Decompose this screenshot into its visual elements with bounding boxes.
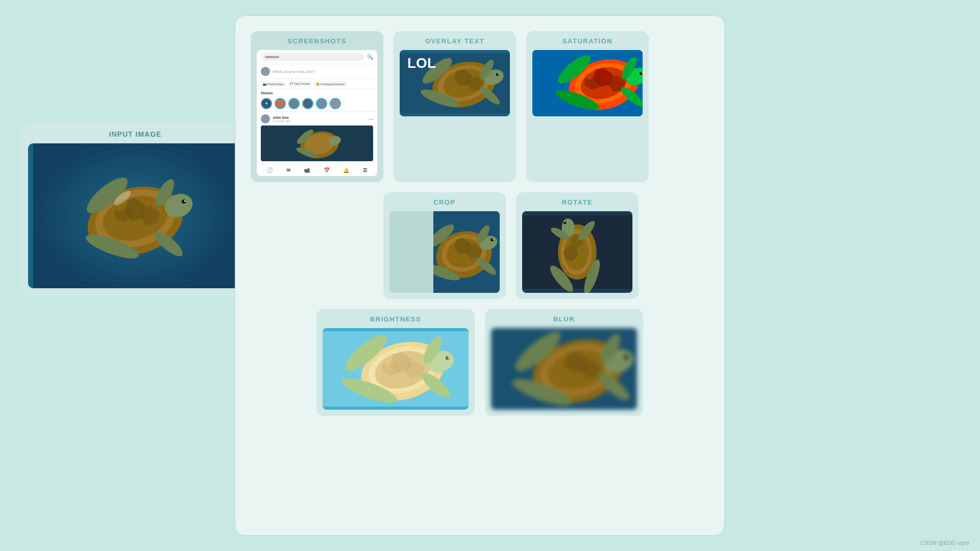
phone-actions: 📷 Photo/Video 🏷 Tag Friends 😊 Feelings/A… [257,79,377,89]
svg-point-33 [496,73,499,76]
rotate-title: ROTATE [562,198,593,206]
crop-card: CROP [383,192,506,299]
input-image-display [28,143,242,288]
svg-point-73 [564,221,566,224]
top-row: SCREENSHOTS network 🔍 Whats on your mind… [251,31,709,182]
saturation-card: SATURATION [526,31,649,182]
svg-point-34 [498,73,499,74]
svg-point-47 [640,72,643,75]
crop-turtle-svg [433,211,500,293]
search-icon: 🔍 [367,54,373,60]
video-icon: 📹 [304,167,310,173]
blur-title: BLUR [553,315,575,323]
post-user-row: John Doe a minute ago ••• [261,114,373,123]
saturation-turtle-svg [532,50,643,116]
phone-post-bar: Whats on your mind John? [257,64,377,79]
brightness-image [323,328,469,410]
brightness-title: BRIGHTNESS [370,315,421,323]
blur-card: BLUR [485,309,643,416]
phone-search-bar: network 🔍 [257,50,377,64]
phone-post-section: John Doe a minute ago ••• [257,111,377,164]
screenshots-title: SCREENSHOTS [257,37,377,45]
phone-bottom-nav: 🕐 ✉ 📹 📅 🔔 ☰ [257,164,377,176]
input-image-card: INPUT IMAGE [20,122,250,296]
phone-search-input: network [261,53,364,61]
bottom-row: BRIGHTNESS [251,309,709,416]
story-2 [288,98,300,109]
feelings-btn: 😊 Feelings/Activities [314,81,347,87]
crop-title: CROP [433,198,456,206]
phone-post-image [261,126,373,161]
post-user-avatar [261,114,270,123]
middle-row: CROP [383,192,709,299]
svg-point-48 [642,72,643,73]
main-container: SCREENSHOTS network 🔍 Whats on your mind… [235,15,725,536]
messages-icon: ✉ [286,167,290,173]
input-image-title: INPUT IMAGE [109,130,162,138]
crop-inner-image [433,211,500,293]
brightness-turtle-svg [323,328,469,410]
stories-label: Stories [257,89,377,96]
overlay-lol-text: LOL [407,55,436,71]
calendar-icon: 📅 [324,167,330,173]
story-3 [302,98,313,109]
blur-image [491,328,637,410]
overlay-text-card: OVERLAY TEXT LOL [394,31,516,182]
user-avatar [261,67,270,76]
overlay-text-title: OVERLAY TEXT [425,37,484,45]
photo-video-btn: 📷 Photo/Video [261,81,286,87]
phone-stories: + [257,96,377,111]
crop-image [389,211,500,293]
saturation-image [532,50,643,116]
saturation-title: SATURATION [562,37,612,45]
svg-rect-89 [323,331,469,407]
home-icon: 🕐 [266,167,273,173]
post-time: a minute ago [273,119,290,122]
post-user-name: John Doe [273,116,290,119]
post-placeholder: Whats on your mind John? [273,70,315,73]
rotate-turtle-svg [522,211,632,293]
story-1 [275,98,286,109]
overlay-image: LOL [400,50,510,116]
bell-icon: 🔔 [343,167,349,173]
blur-turtle-svg [491,328,637,410]
add-story-btn: + [261,98,272,109]
turtle-svg-input [33,143,237,288]
post-turtle-svg [279,126,355,161]
rotate-image [522,211,632,293]
svg-point-74 [564,221,565,222]
story-4 [316,98,327,109]
svg-point-60 [491,238,494,241]
watermark: CSDN @EDG viper [921,540,970,546]
story-5 [330,98,341,109]
svg-point-61 [493,239,494,240]
brightness-card: BRIGHTNESS [316,309,475,416]
menu-icon: ☰ [363,167,368,173]
svg-point-14 [184,201,186,202]
rotate-card: ROTATE [516,192,639,299]
screenshots-card: SCREENSHOTS network 🔍 Whats on your mind… [251,31,383,182]
more-options: ••• [369,117,373,121]
phone-mockup: network 🔍 Whats on your mind John? 📷 Pho… [257,50,377,176]
tag-friends-btn: 🏷 Tag Friends [288,81,312,87]
svg-point-101 [624,355,628,359]
